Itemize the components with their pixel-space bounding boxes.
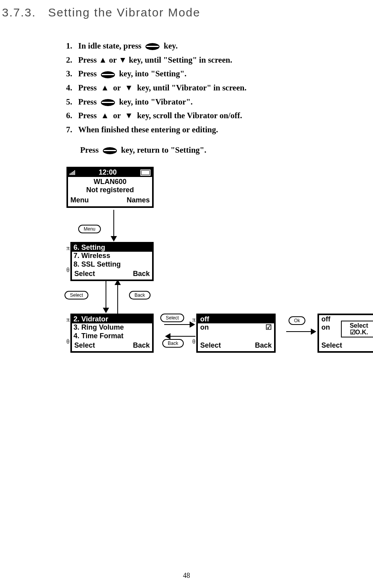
step-1: In idle state, press key. [74, 39, 373, 53]
instructions-list: In idle state, press key. Press ▲ or ▼ k… [59, 39, 373, 137]
status-bar: 12:00 [68, 168, 152, 177]
softkey-row: Select Back [198, 341, 274, 352]
softkey-row: Select Back [72, 341, 152, 352]
theta-mark: θ [66, 266, 70, 274]
menu-item-selected: 6. Setting [72, 243, 152, 252]
menu-item: 7. Wireless [72, 252, 152, 260]
back-button-label: Back [162, 339, 184, 348]
center-key-icon [101, 99, 115, 106]
step-6: Press ▲ or ▼ key, scroll the Vibrator on… [74, 109, 373, 123]
center-key-icon [103, 147, 117, 154]
menu-item: 3. Ring Volume [72, 323, 152, 332]
pi-mark: π [66, 244, 70, 252]
pi-mark: π [192, 316, 195, 323]
softkey-left: Select [321, 341, 342, 350]
softkey-row: Select Back [72, 269, 152, 280]
softkey-right: Back [255, 341, 272, 350]
softkey-row: Select Back [319, 341, 373, 352]
registration-status: Not registered [70, 186, 151, 195]
pi-mark: π [66, 316, 70, 323]
popup-line2: ☑O.K. [344, 329, 373, 336]
menu-item: 4. Time Format [72, 332, 152, 341]
menu-item-selected: 2. Vidrator [72, 315, 152, 324]
center-key-icon [145, 43, 160, 50]
ok-button-label: Ok [289, 316, 305, 325]
vibrator-menu-screen: π θ 2. Vidrator 3. Ring Volume 4. Time F… [70, 314, 154, 353]
setting-menu-screen: π θ 6. Setting 7. Wireless 8. SSL Settin… [70, 242, 154, 281]
menu-item: 8. SSL Setting [72, 260, 152, 269]
device-name: WLAN600 [70, 178, 151, 186]
popup-line1: Select [344, 322, 373, 329]
idle-body: WLAN600 Not registered [68, 177, 152, 195]
softkey-right: Back [133, 270, 150, 278]
select-button-label: Select [160, 314, 184, 322]
clock: 12:00 [77, 168, 139, 177]
ok-popup: Select ☑O.K. [341, 321, 373, 337]
select-button-label: Select [65, 291, 88, 299]
idle-screen: 12:00 WLAN600 Not registered Menu Names [66, 167, 154, 208]
step-3: Press key, into "Setting". [74, 67, 373, 81]
steps-ol: In idle state, press key. Press ▲ or ▼ k… [59, 39, 373, 137]
softkey-right: Names [127, 196, 150, 205]
back-button-label: Back [129, 291, 151, 299]
softkey-left: Select [200, 341, 221, 350]
center-key-icon [101, 71, 115, 78]
option-on: on [200, 323, 209, 332]
softkey-left: Menu [70, 196, 89, 205]
softkey-row: Menu Names [68, 195, 152, 206]
checkmark-icon: ☑ [265, 323, 272, 332]
softkey-right: Back [133, 341, 150, 350]
option-off: off [200, 315, 209, 324]
vibrator-confirm-screen: off on ☑ Select Back Select ☑O.K. [317, 314, 373, 353]
step-7: When finished these entering or editing. [74, 123, 373, 137]
section-heading: 3.7.3. Setting the Vibrator Mode [0, 0, 373, 31]
theta-mark: θ [192, 338, 195, 345]
step-4: Press ▲ or ▼ key, until "Vibrator" in sc… [74, 81, 373, 95]
menu-button-label: Menu [78, 225, 101, 233]
flow-diagram: 12:00 WLAN600 Not registered Menu Names … [66, 167, 373, 441]
signal-icon [70, 170, 75, 175]
option-on: on [321, 323, 330, 332]
battery-icon [140, 170, 151, 176]
option-off: off [321, 315, 330, 324]
step-5: Press key, into "Vibrator". [74, 95, 373, 109]
final-instruction: Press key, return to "Setting". [80, 145, 373, 155]
softkey-left: Select [74, 270, 95, 278]
step-2: Press ▲ or ▼ key, until "Setting" in scr… [74, 53, 373, 67]
theta-mark: θ [66, 338, 70, 345]
softkey-left: Select [74, 341, 95, 350]
vibrator-options-screen: π θ off on ☑ Select Back [196, 314, 276, 353]
